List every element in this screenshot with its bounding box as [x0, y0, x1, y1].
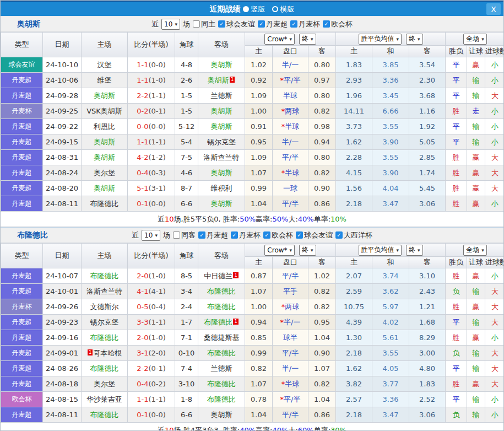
avg-draw-odds: 3.45 — [383, 91, 399, 100]
handicap-odds-home-cell: 1.07 — [245, 165, 273, 181]
avg-home-odds: 1.56 — [346, 184, 362, 192]
handicap-odds-away: 0.98 — [314, 122, 330, 131]
handicap-odds-away-cell: 0.86 — [308, 407, 336, 423]
result-cell: 胜 — [446, 181, 467, 196]
avg-away-odds: 5.45 — [419, 184, 435, 192]
league-type-label: 丹麦超 — [12, 272, 32, 279]
league-type-label: 丹麦杯 — [12, 107, 32, 115]
goals-value: 大 — [491, 380, 498, 388]
goals-cell: 小 — [485, 119, 504, 134]
avg-draw-cell: 3.47 — [372, 407, 409, 423]
avg-away-cell: 1.68 — [409, 315, 446, 330]
radio-horizontal[interactable]: 横版 — [272, 4, 295, 14]
summary-line: 近10场,胜5平5负0, 胜率:50% 赢率:50% 大:40% 单率:10% — [1, 212, 503, 227]
avg-draw-odds: 3.55 — [383, 153, 399, 161]
handicap-odds-away: 0.80 — [314, 91, 330, 100]
chevron-down-icon: ▾ — [290, 247, 292, 253]
goals-value: 大 — [491, 364, 498, 373]
avg-away-cell: 3.00 — [409, 346, 446, 361]
handicap-odds-home: 0.78 — [251, 395, 267, 403]
handicap-odds-away: 0.94 — [314, 138, 330, 146]
score-cell: 4-1(4-1) — [128, 284, 175, 299]
fulltime-score: 1-1 — [137, 395, 148, 403]
handicap-result-cell: 走 — [467, 104, 485, 119]
league-type-cell: 丹麦超 — [1, 284, 43, 299]
match-date: 24-08-26 — [46, 364, 78, 373]
match-date: 24-09-28 — [46, 91, 78, 100]
league-checkbox[interactable]: ✓丹麦超 — [198, 230, 228, 240]
result-cell: 胜 — [446, 299, 467, 315]
handicap-line: 平/半 — [282, 153, 299, 161]
fulltime-select[interactable]: 全场▾ — [463, 34, 487, 45]
date-cell: 24-08-15 — [43, 392, 82, 407]
handicap-result-cell: 输 — [467, 346, 485, 361]
halftime-score: (0-4) — [148, 303, 165, 311]
league-checkbox[interactable]: ✓丹麦杯 — [290, 19, 320, 29]
radio-vertical[interactable]: 竖版 — [243, 4, 265, 14]
avg-away-odds: 1.16 — [419, 107, 435, 115]
avg-home-cell: 2.07 — [336, 268, 372, 284]
league-checkbox[interactable]: ✓欧会杯 — [263, 230, 293, 240]
goals-cell: 小 — [485, 73, 504, 88]
handicap-cell: 平手 — [273, 284, 308, 299]
league-checkbox[interactable]: ✓球会友谊 — [296, 230, 333, 240]
corners-cell: 1-7 — [175, 315, 198, 330]
avg-home-odds: 3.73 — [346, 122, 362, 131]
odds-time-select[interactable]: 终▾ — [299, 245, 316, 256]
score-cell: 0-1(0-0) — [128, 407, 175, 423]
league-checkbox[interactable]: ✓欧会杯 — [323, 19, 353, 29]
average-select[interactable]: 胜平负均值▾ — [359, 34, 402, 45]
average-time-select[interactable]: 终▾ — [406, 34, 423, 45]
league-checkbox[interactable]: ✓球会友谊 — [218, 19, 255, 29]
handicap-odds-away-cell: 0.86 — [308, 196, 336, 212]
same-venue-checkbox[interactable]: 同客 — [173, 230, 196, 240]
chevron-down-icon: ▾ — [481, 247, 484, 253]
bookmaker-select[interactable]: Crow*▾ — [264, 34, 295, 45]
average-select[interactable]: 胜平负均值▾ — [359, 245, 402, 256]
handicap-result-cell: 输 — [467, 392, 485, 407]
card-badge: 1 — [233, 272, 239, 278]
halftime-score: (1-1) — [148, 91, 165, 100]
fulltime-score: 0-1 — [137, 200, 148, 208]
home-team-name: 奥胡斯 — [94, 138, 115, 146]
handicap-odds-home-cell: 1.07 — [245, 376, 273, 392]
league-type-label: 球会友谊 — [9, 61, 35, 68]
close-button[interactable]: X — [486, 3, 501, 15]
odds-time-select[interactable]: 终▾ — [299, 34, 316, 45]
handicap-result-value: 输 — [473, 76, 480, 84]
near-count-select[interactable]: 10 ▾ — [161, 19, 180, 30]
league-checkbox[interactable]: ✓丹麦杯 — [231, 230, 261, 240]
away-team-name: 奥胡斯 — [211, 61, 232, 69]
sub-header-avg-draw: 和 — [372, 46, 409, 57]
avg-draw-cell: 4.02 — [372, 315, 409, 330]
fulltime-select[interactable]: 全场▾ — [463, 245, 487, 256]
home-team-name: 华沙莱吉亚 — [86, 395, 122, 403]
result-value: 负 — [453, 287, 460, 295]
corners-cell: 3-4 — [175, 284, 198, 299]
away-team-cell: 奥胡斯 — [198, 165, 245, 181]
corners-value: 8-7 — [181, 184, 192, 192]
away-team-name: 布隆德比 — [207, 395, 236, 403]
handicap-odds-home-cell: 0.85 — [245, 330, 273, 346]
halftime-score: (0-0) — [148, 200, 165, 208]
goals-cell: 大 — [485, 376, 504, 392]
handicap-odds-away-cell: 1.02 — [308, 268, 336, 284]
match-row: 丹麦超24-09-28奥胡斯2-2(1-1)1-5兰德斯1.09半球0.801.… — [1, 88, 504, 104]
league-checkbox[interactable]: ✓丹麦超 — [258, 19, 288, 29]
match-date: 24-09-01 — [46, 349, 78, 357]
avg-home-odds: 1.30 — [346, 333, 362, 342]
result-value: 负 — [453, 411, 460, 419]
bookmaker-select[interactable]: Crow*▾ — [264, 245, 295, 256]
home-team-cell: 1哥本哈根 — [82, 346, 128, 361]
matches-body: 丹麦超24-10-07布隆德比2-0(1-0)8-5中日德兰10.87平/半1.… — [1, 268, 504, 423]
near-count-select[interactable]: 10 ▾ — [142, 230, 160, 241]
fulltime-score: 0-2 — [137, 107, 148, 115]
same-venue-checkbox[interactable]: 同主 — [193, 19, 215, 29]
away-team-cell: 洛斯查兰特 — [198, 150, 245, 165]
halftime-score: (0-2) — [148, 380, 165, 388]
result-cell: 胜 — [446, 165, 467, 181]
average-time-select[interactable]: 终▾ — [406, 245, 423, 256]
league-checkbox[interactable]: ✓大西洋杯 — [335, 230, 372, 240]
corners-cell: 4-8 — [175, 57, 198, 73]
goals-value: 大 — [491, 169, 498, 177]
